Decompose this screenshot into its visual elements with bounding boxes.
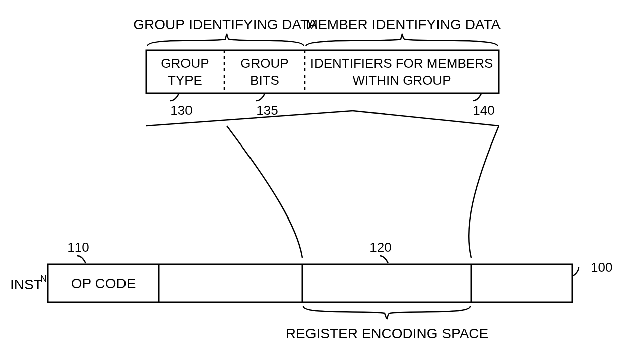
- cell-members-l1: IDENTIFIERS FOR MEMBERS: [310, 56, 493, 71]
- svg-text:110: 110: [67, 240, 89, 255]
- cell-group-type-l1: GROUP: [161, 56, 209, 71]
- svg-text:120: 120: [369, 240, 391, 255]
- svg-text:135: 135: [256, 103, 278, 118]
- svg-text:100: 100: [591, 260, 612, 275]
- ref-130: 130: [170, 94, 193, 118]
- cell-group-bits-l2: BITS: [250, 72, 279, 88]
- cell-members-l2: WITHIN GROUP: [353, 72, 451, 88]
- label-register-encoding: REGISTER ENCODING SPACE: [286, 326, 488, 341]
- ref-110: 110: [67, 240, 89, 263]
- svg-text:N: N: [40, 274, 47, 284]
- label-group-identifying: GROUP IDENTIFYING DATA: [133, 17, 318, 32]
- label-member-identifying: MEMBER IDENTIFYING DATA: [306, 17, 501, 32]
- brace-member-identifying: [306, 34, 498, 46]
- ref-140: 140: [473, 94, 495, 118]
- svg-text:140: 140: [473, 103, 494, 118]
- label-instn: INST N: [10, 274, 47, 293]
- svg-text:130: 130: [170, 103, 192, 118]
- brace-register-encoding: [303, 306, 470, 319]
- cell-op-code: OP CODE: [71, 276, 136, 292]
- cell-group-type-l2: TYPE: [168, 72, 202, 88]
- ref-135: 135: [256, 94, 278, 118]
- ref-120: 120: [369, 240, 391, 263]
- svg-text:INST: INST: [10, 277, 42, 293]
- ref-100: 100: [573, 260, 612, 276]
- brace-group-identifying: [147, 34, 304, 46]
- cell-group-bits-l1: GROUP: [240, 56, 288, 71]
- projection-lines: [146, 111, 499, 258]
